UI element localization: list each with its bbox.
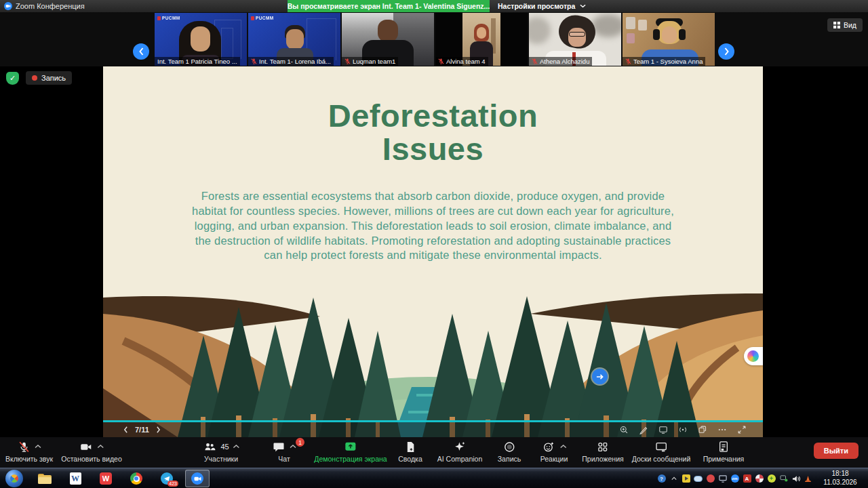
apps-icon bbox=[597, 439, 610, 454]
participant-name-bar: Int. Team 1- Lorena Ibá... bbox=[248, 57, 334, 66]
toolbar-label: AI Companion bbox=[437, 455, 483, 463]
tray-antivirus-icon[interactable]: + bbox=[767, 474, 776, 483]
taskbar-app-zoom[interactable] bbox=[185, 470, 210, 487]
security-shield-icon[interactable]: ✓ bbox=[6, 72, 19, 85]
slide-next-button[interactable] bbox=[156, 426, 161, 433]
canva-follow-button[interactable] bbox=[592, 369, 608, 384]
leave-button[interactable]: Выйти bbox=[814, 443, 859, 459]
window-titlebar: Zoom Конференция Вы просматриваете экран… bbox=[0, 0, 868, 12]
tray-hidden-icons-icon[interactable] bbox=[669, 474, 678, 483]
toolbar-participants[interactable]: 45Участники bbox=[202, 439, 239, 463]
recording-badge: Запись bbox=[26, 71, 72, 85]
more-icon[interactable] bbox=[717, 425, 727, 434]
toolbar-ai[interactable]: AI Companion bbox=[437, 439, 483, 463]
toolbar-notes[interactable]: Примечания bbox=[703, 439, 745, 463]
slide-title: DeforestationIssues bbox=[103, 99, 763, 166]
duplicate-icon[interactable] bbox=[698, 425, 707, 434]
tray-cloud-icon[interactable] bbox=[694, 474, 703, 483]
participant-tile[interactable]: Athena Alchazidu bbox=[529, 13, 621, 66]
whiteboards-icon bbox=[654, 439, 669, 454]
taskbar-app-chrome[interactable] bbox=[124, 470, 149, 487]
toolbar-label: Приложения bbox=[582, 455, 623, 463]
present-icon[interactable] bbox=[658, 425, 668, 434]
toolbar-label: Доски сообщений bbox=[632, 455, 691, 463]
clock-time: 18:18 bbox=[815, 470, 865, 479]
view-button[interactable]: Вид bbox=[827, 18, 863, 32]
reactions-icon bbox=[542, 439, 567, 454]
toolbar-record[interactable]: Запись bbox=[498, 439, 521, 463]
recording-dot-icon bbox=[32, 75, 37, 81]
tray-app-red-icon[interactable] bbox=[706, 474, 715, 483]
toolbar-label: Чат bbox=[278, 455, 290, 463]
taskbar-app-explorer[interactable] bbox=[33, 470, 57, 487]
filmstrip-prev-button[interactable] bbox=[133, 43, 149, 60]
exit-fullscreen-icon[interactable] bbox=[737, 425, 747, 434]
participants-filmstrip: PUCMMInt. Team 1 Patricia Tineo ...PUCMM… bbox=[0, 12, 868, 66]
canva-gradient-icon bbox=[747, 350, 759, 362]
presentation-footer: 7/11 bbox=[103, 422, 763, 437]
view-settings-label: Настройки просмотра bbox=[498, 2, 575, 10]
taskbar-app-telegram[interactable]: 423 bbox=[155, 470, 179, 487]
slide-pager: 7/11 bbox=[123, 426, 161, 434]
toolbar-apps[interactable]: Приложения bbox=[582, 439, 623, 463]
participant-name-bar: Luqman team1 bbox=[342, 57, 398, 66]
toolbar-label: Остановить видео bbox=[61, 455, 121, 463]
chat-icon: 1 bbox=[272, 439, 296, 454]
participant-tile[interactable]: PUCMMInt. Team 1 Patricia Tineo ... bbox=[155, 13, 247, 66]
toolbar-whiteboards[interactable]: Доски сообщений bbox=[632, 439, 691, 463]
draw-pen-icon[interactable] bbox=[639, 425, 648, 434]
taskbar-clock[interactable]: 18:18 11.03.2026 bbox=[815, 470, 865, 487]
toolbar-summary[interactable]: Сводка bbox=[398, 439, 422, 463]
participant-tile[interactable]: PUCMMInt. Team 1- Lorena Ibá... bbox=[248, 13, 340, 66]
participants-icon: 45 bbox=[202, 439, 239, 454]
chevron-right-icon bbox=[724, 47, 730, 56]
record-icon bbox=[502, 439, 515, 454]
toolbar-camera[interactable]: Остановить видео bbox=[61, 439, 121, 463]
toolbar-label: Запись bbox=[498, 455, 521, 463]
ai-icon bbox=[452, 439, 467, 454]
start-button[interactable] bbox=[5, 470, 23, 487]
participant-name-bar: Athena Alchazidu bbox=[529, 57, 592, 66]
tray-speaker-icon[interactable] bbox=[791, 474, 800, 483]
muted-mic-icon bbox=[532, 58, 538, 64]
view-settings-button[interactable]: Настройки просмотра bbox=[498, 0, 586, 12]
zoom-toolbar: Выйти Включить звукОстановить видео45Уча… bbox=[0, 437, 868, 468]
muted-mic-icon bbox=[251, 58, 257, 64]
canva-side-widget[interactable] bbox=[744, 347, 763, 365]
broadcast-icon[interactable] bbox=[678, 425, 688, 434]
screen-share-banner: Вы просматриваете экран Int. Team 1- Val… bbox=[288, 0, 490, 12]
zoom-in-icon[interactable] bbox=[619, 425, 629, 434]
grid-view-icon bbox=[833, 22, 840, 28]
tray-pinwheel-icon[interactable] bbox=[755, 474, 764, 483]
toolbar-label: Примечания bbox=[703, 455, 745, 463]
tray-display-icon[interactable] bbox=[718, 474, 727, 483]
camera-icon bbox=[79, 439, 104, 454]
tray-help-icon[interactable]: ? bbox=[657, 474, 666, 483]
toolbar-share-screen[interactable]: Демонстрация экрана bbox=[314, 439, 387, 463]
shared-screen-stage: ✓ Запись DeforestationIssues Forests are… bbox=[0, 66, 868, 437]
taskbar-app-wps-office[interactable]: W bbox=[94, 470, 118, 487]
chevron-left-icon bbox=[138, 47, 144, 56]
tray-adobe-icon[interactable]: A bbox=[743, 474, 751, 483]
participant-tile[interactable]: Luqman team1 bbox=[342, 13, 434, 66]
filmstrip-next-button[interactable] bbox=[718, 43, 734, 60]
window-title: Zoom Конференция bbox=[16, 2, 85, 10]
share-screen-icon bbox=[343, 439, 357, 454]
tray-vlc-icon[interactable] bbox=[804, 474, 812, 483]
participant-tile[interactable]: Team 1 - Sysoieva Anna bbox=[623, 13, 715, 66]
slide-prev-button[interactable] bbox=[123, 426, 128, 433]
titlebar-app: Zoom Конференция bbox=[4, 0, 85, 12]
tray-media-player-icon[interactable] bbox=[682, 474, 690, 483]
toolbar-mic-muted[interactable]: Включить звук bbox=[5, 439, 53, 463]
tray-network-icon[interactable] bbox=[779, 474, 788, 483]
muted-mic-icon bbox=[438, 58, 444, 64]
taskbar-app-word[interactable]: W bbox=[63, 470, 87, 487]
participant-name: Luqman team1 bbox=[353, 58, 395, 65]
toolbar-reactions[interactable]: Реакции bbox=[540, 439, 568, 463]
toolbar-chat[interactable]: 1Чат bbox=[272, 439, 296, 463]
participants-count: 45 bbox=[220, 443, 229, 451]
tray-zoom-tray-icon[interactable]: zm bbox=[730, 474, 739, 483]
zoom-meeting-window: Zoom Конференция Вы просматриваете экран… bbox=[0, 0, 868, 488]
app-badge: 423 bbox=[167, 481, 178, 487]
participant-tile[interactable]: Alvina team 4 bbox=[435, 13, 528, 66]
